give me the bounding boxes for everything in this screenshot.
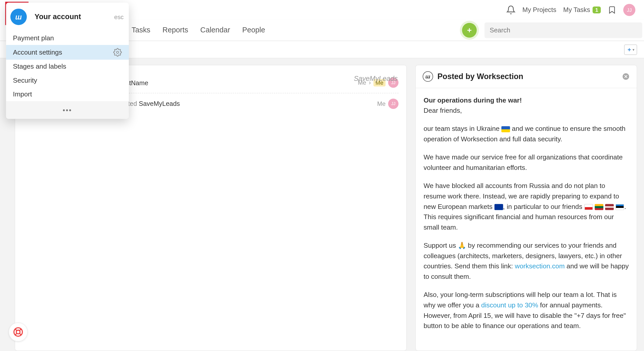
account-dropdown-more[interactable]: ••• xyxy=(6,101,129,119)
announcement-body: Our operations during the war!Dear frien… xyxy=(416,88,637,346)
add-button[interactable] xyxy=(462,23,477,37)
announcement-title: Posted by Worksection xyxy=(437,72,618,81)
project-name-label: SaveMyLeads xyxy=(354,75,398,83)
flag-latvia-icon xyxy=(605,204,614,210)
menu-item-account-settings[interactable]: Account settings xyxy=(6,45,129,60)
flag-estonia-icon xyxy=(616,204,624,210)
announcement-paragraph: We have made our service free for all or… xyxy=(424,152,629,173)
life-ring-icon xyxy=(12,326,24,337)
worksection-logo-icon: ⴍ xyxy=(423,71,433,82)
announcement-paragraph: Also, your long-term subscriptions will … xyxy=(424,290,629,331)
close-icon[interactable] xyxy=(622,73,630,81)
announcement-paragraph: We have blocked all accounts from Russia… xyxy=(424,181,629,233)
assignee-me: Me xyxy=(377,100,386,107)
menu-item-security[interactable]: Security xyxy=(6,73,129,87)
account-logo[interactable]: ⴍ xyxy=(9,7,29,27)
menu-item-import[interactable]: Import xyxy=(6,87,129,101)
flag-poland-icon xyxy=(584,204,593,210)
add-menu-button[interactable]: ▾ xyxy=(624,44,637,55)
help-button[interactable] xyxy=(9,322,28,342)
flag-eu-icon xyxy=(494,204,503,210)
announcement-paragraph: our team stays in Ukraine and we continu… xyxy=(424,124,629,144)
announcement-greeting: Dear friends, xyxy=(424,107,462,114)
tab-reports[interactable]: Reports xyxy=(162,26,188,34)
bookmark-icon[interactable] xyxy=(608,5,616,14)
escape-hint: esc xyxy=(114,14,124,20)
menu-item-stages-labels[interactable]: Stages and labels xyxy=(6,60,129,73)
account-dropdown: ⴍ Your account esc Payment plan Account … xyxy=(6,3,129,119)
user-avatar[interactable]: JJ xyxy=(623,4,635,16)
my-projects-link[interactable]: My Projects xyxy=(522,6,556,14)
gear-icon xyxy=(113,48,122,57)
my-tasks-link[interactable]: My Tasks 1 xyxy=(563,6,601,14)
tab-calendar[interactable]: Calendar xyxy=(200,26,230,34)
my-tasks-count-badge: 1 xyxy=(593,6,601,13)
announcement-headline: Our operations during the war! xyxy=(424,96,522,104)
flag-lithuania-icon xyxy=(595,204,603,210)
worksection-logo-icon: ⴍ xyxy=(10,9,27,25)
announcement-paragraph: Support us 🙏 by recommending our service… xyxy=(424,241,629,282)
account-dropdown-header: ⴍ Your account esc xyxy=(6,3,129,31)
discount-link[interactable]: discount up to 30% xyxy=(481,302,538,309)
tab-people[interactable]: People xyxy=(242,26,265,34)
notifications-icon[interactable] xyxy=(506,5,515,14)
svg-point-3 xyxy=(16,330,20,334)
svg-point-1 xyxy=(117,51,119,53)
announcement-panel: ⴍ Posted by Worksection Our operations d… xyxy=(415,65,637,351)
worksection-link[interactable]: worksection.com xyxy=(515,262,565,270)
announcement-header: ⴍ Posted by Worksection xyxy=(416,65,637,88)
menu-item-payment-plan[interactable]: Payment plan xyxy=(6,31,129,45)
chevron-down-icon: ▾ xyxy=(633,47,635,52)
search-box[interactable] xyxy=(485,22,642,38)
my-tasks-label: My Tasks xyxy=(563,6,590,14)
assignee-avatar: JJ xyxy=(388,98,399,109)
account-dropdown-title: Your account xyxy=(35,12,108,21)
feed-row-assignment: Me JJ xyxy=(377,98,399,109)
search-input[interactable] xyxy=(490,26,637,34)
tab-tasks[interactable]: Tasks xyxy=(132,26,150,34)
flag-ukraine-icon xyxy=(501,126,510,132)
